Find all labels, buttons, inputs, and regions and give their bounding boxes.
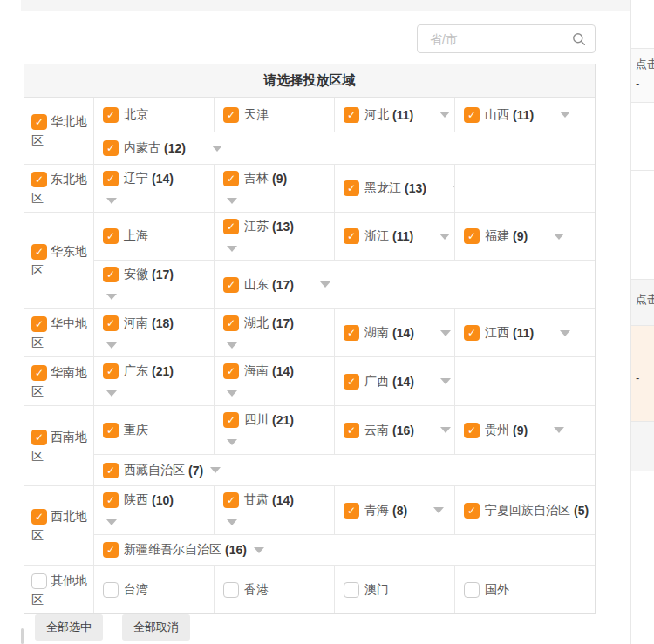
expand-arrow-icon[interactable] [440, 330, 451, 336]
province-checkbox[interactable]: ✓ [344, 374, 359, 390]
province-label: 上海 [124, 228, 148, 244]
province-checkbox[interactable]: ✓ [223, 171, 239, 186]
region-checkbox[interactable]: ✓ [31, 509, 47, 525]
region-checkbox[interactable]: ✓ [31, 244, 47, 260]
expand-arrow-icon[interactable] [212, 146, 222, 152]
province-checkbox[interactable] [103, 582, 119, 598]
province-checkbox[interactable]: ✓ [103, 363, 119, 379]
expand-arrow-icon[interactable] [439, 234, 450, 240]
select-all-button[interactable]: 全部选中 [35, 614, 103, 641]
check-icon: ✓ [106, 110, 115, 120]
province-checkbox[interactable]: ✓ [103, 542, 119, 558]
province-checkbox[interactable]: ✓ [103, 140, 119, 156]
expand-arrow-icon[interactable] [210, 467, 221, 473]
expand-arrow-icon[interactable] [106, 294, 117, 300]
province-checkbox[interactable] [344, 582, 359, 598]
province-checkbox[interactable]: ✓ [223, 315, 239, 331]
deselect-all-button[interactable]: 全部取消 [122, 614, 190, 641]
scrollbar-thumb[interactable] [21, 628, 24, 644]
province-checkbox[interactable]: ✓ [103, 315, 119, 331]
region-row: ✓华北地区✓北京✓天津✓河北(11)✓山西(11)✓内蒙古(12) [24, 98, 595, 164]
province-count: (18) [152, 316, 174, 330]
province-count: (14) [272, 364, 294, 378]
expand-arrow-icon[interactable] [227, 519, 237, 525]
province-label: 黑龙江 [364, 180, 401, 196]
province-checkbox[interactable]: ✓ [464, 325, 480, 341]
province-count: (16) [392, 424, 414, 437]
province-checkbox[interactable]: ✓ [103, 171, 119, 186]
province-checkbox[interactable]: ✓ [344, 325, 359, 341]
expand-arrow-icon[interactable] [554, 427, 564, 433]
province-checkbox[interactable]: ✓ [344, 503, 359, 519]
expand-arrow-icon[interactable] [227, 439, 237, 445]
expand-arrow-icon[interactable] [554, 234, 564, 240]
province-checkbox[interactable]: ✓ [103, 267, 119, 282]
check-icon: ✓ [347, 183, 356, 193]
province-checkbox[interactable]: ✓ [103, 228, 119, 244]
province-checkbox[interactable]: ✓ [464, 503, 480, 519]
province-checkbox[interactable]: ✓ [464, 423, 480, 438]
expand-arrow-icon[interactable] [560, 112, 570, 118]
province-cell: ✓浙江(11) [334, 213, 454, 260]
expand-arrow-icon[interactable] [106, 198, 117, 204]
expand-arrow-icon[interactable] [227, 198, 237, 204]
province-checkbox[interactable]: ✓ [103, 492, 119, 508]
province-checkbox[interactable]: ✓ [223, 412, 239, 428]
province-checkbox[interactable]: ✓ [223, 219, 239, 234]
province-count: (11) [513, 326, 534, 340]
check-icon: ✓ [35, 432, 44, 443]
province-checkbox[interactable]: ✓ [344, 228, 359, 244]
province-checkbox[interactable]: ✓ [103, 107, 119, 123]
province-count: (9) [513, 424, 528, 437]
expand-arrow-icon[interactable] [440, 427, 451, 433]
search-input[interactable] [428, 31, 572, 47]
province-checkbox[interactable]: ✓ [103, 423, 119, 438]
expand-arrow-icon[interactable] [320, 281, 330, 288]
page: { "search": { "placeholder": "省/市" }, "t… [0, 0, 654, 644]
expand-arrow-icon[interactable] [227, 246, 237, 252]
expand-arrow-icon[interactable] [227, 390, 237, 397]
province-label: 四川 [244, 412, 269, 428]
province-checkbox[interactable]: ✓ [103, 463, 119, 478]
province-cell: 澳门 [334, 566, 454, 613]
region-checkbox[interactable] [31, 573, 47, 589]
province-label: 云南 [364, 423, 389, 438]
expand-arrow-icon[interactable] [560, 330, 570, 336]
province-checkbox[interactable]: ✓ [344, 180, 359, 196]
province-checkbox[interactable]: ✓ [223, 107, 239, 123]
check-icon: ✓ [347, 110, 356, 120]
expand-arrow-icon[interactable] [439, 112, 450, 118]
expand-arrow-icon[interactable] [440, 378, 451, 384]
province-checkbox[interactable]: ✓ [464, 228, 480, 244]
province-count: (14) [392, 375, 414, 389]
province-label: 安徽 [124, 267, 148, 282]
check-icon: ✓ [106, 143, 115, 153]
expand-arrow-icon[interactable] [227, 342, 237, 349]
expand-arrow-icon[interactable] [106, 390, 117, 397]
province-label: 江苏 [244, 219, 269, 234]
province-checkbox[interactable]: ✓ [344, 423, 359, 438]
region-checkbox[interactable]: ✓ [31, 365, 47, 381]
province-checkbox[interactable]: ✓ [223, 277, 239, 293]
province-checkbox[interactable]: ✓ [464, 107, 480, 123]
province-checkbox[interactable] [464, 582, 480, 598]
province-checkbox[interactable]: ✓ [223, 363, 239, 379]
province-label: 浙江 [364, 228, 389, 244]
province-checkbox[interactable] [223, 582, 239, 598]
expand-arrow-icon[interactable] [254, 547, 264, 553]
region-checkbox[interactable]: ✓ [31, 430, 47, 445]
province-label: 山西 [485, 107, 509, 123]
province-cell: 国外 [454, 566, 595, 613]
province-label: 重庆 [124, 423, 148, 438]
check-icon: ✓ [467, 328, 476, 338]
province-count: (9) [272, 172, 287, 186]
expand-arrow-icon[interactable] [106, 519, 117, 525]
region-checkbox[interactable]: ✓ [31, 172, 47, 187]
region-checkbox[interactable]: ✓ [31, 114, 47, 130]
province-cell: ✓安徽(17) [94, 261, 214, 308]
expand-arrow-icon[interactable] [433, 507, 444, 513]
province-checkbox[interactable]: ✓ [223, 492, 239, 508]
region-checkbox[interactable]: ✓ [31, 316, 47, 332]
province-checkbox[interactable]: ✓ [344, 107, 359, 123]
expand-arrow-icon[interactable] [106, 342, 117, 349]
